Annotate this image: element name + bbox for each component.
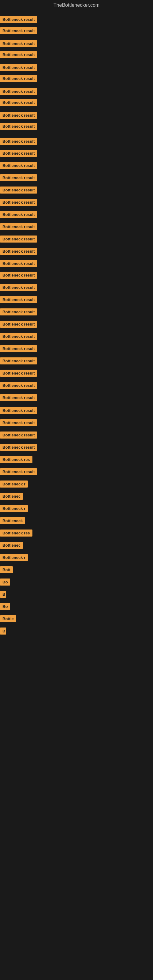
bottleneck-badge: Bottleneck result [0, 382, 37, 389]
bottleneck-badge: Bottlenec [0, 542, 23, 549]
bottleneck-item: Bottleneck result [0, 309, 37, 317]
bottleneck-badge: Bottleneck result [0, 333, 37, 340]
bottleneck-item: Bottleneck result [0, 284, 37, 292]
bottleneck-item: Bottleneck result [0, 260, 37, 268]
bottleneck-item: Bottleneck result [0, 235, 37, 244]
bottleneck-badge: Bottleneck result [0, 199, 37, 206]
bottleneck-badge: Bottleneck result [0, 407, 37, 414]
bottleneck-item: B [0, 627, 6, 636]
bottleneck-badge: Bottleneck result [0, 370, 37, 377]
bottleneck-badge: Bottleneck result [0, 296, 37, 303]
bottleneck-badge: Bottleneck result [0, 51, 37, 58]
bottleneck-badge: Bottleneck result [0, 309, 37, 315]
bottleneck-item: Bottleneck result [0, 40, 37, 48]
bottleneck-item: Bottleneck result [0, 223, 37, 232]
bottleneck-badge: Bottleneck result [0, 150, 37, 157]
bottleneck-badge: Bottleneck result [0, 235, 37, 243]
bottleneck-badge: Bottleneck r [0, 505, 28, 512]
bottleneck-badge: Bottleneck result [0, 431, 37, 439]
bottleneck-item: Bottleneck res [0, 456, 32, 464]
bottleneck-item: Bottleneck result [0, 138, 37, 146]
bottleneck-badge: Bottleneck result [0, 16, 37, 23]
bottleneck-badge: Bottleneck result [0, 75, 37, 82]
bottleneck-badge: Bott [0, 566, 13, 573]
bottleneck-badge: Bottleneck result [0, 138, 37, 145]
bottleneck-item: Bottleneck result [0, 199, 37, 207]
bottleneck-item: Bottleneck [0, 517, 25, 525]
bottleneck-badge: Bottleneck result [0, 468, 37, 475]
bottleneck-item: Bottleneck result [0, 357, 37, 366]
bottleneck-item: Bottleneck result [0, 16, 37, 24]
bottleneck-badge: B [0, 627, 6, 635]
bottleneck-item: Bottleneck result [0, 150, 37, 158]
bottleneck-badge: Bottleneck result [0, 394, 37, 401]
bottleneck-badge: Bottleneck result [0, 162, 37, 169]
bottleneck-item: Bottleneck result [0, 382, 37, 390]
bottleneck-item: Bottleneck result [0, 123, 37, 131]
bottleneck-item: Bottleneck result [0, 88, 37, 96]
bottleneck-badge: Bottleneck res [0, 456, 32, 463]
bottleneck-item: Bottleneck result [0, 27, 37, 35]
bottleneck-badge: Bottleneck result [0, 357, 37, 364]
bottleneck-item: Bottleneck result [0, 64, 37, 72]
bottleneck-badge: B [0, 591, 6, 598]
bottleneck-item: Bottleneck result [0, 99, 37, 107]
bottleneck-item: Bottlenec [0, 493, 23, 501]
bottleneck-item: Bottleneck result [0, 345, 37, 353]
bottleneck-badge: Bottleneck result [0, 260, 37, 267]
bottleneck-badge: Bottlenec [0, 493, 23, 500]
bottleneck-item: Bottleneck res [0, 530, 32, 538]
bottleneck-badge: Bottleneck result [0, 88, 37, 95]
bottleneck-badge: Bottleneck result [0, 186, 37, 194]
bottleneck-item: Bottleneck result [0, 321, 37, 329]
bottleneck-badge: Bottleneck result [0, 123, 37, 130]
bottleneck-badge: Bottleneck result [0, 444, 37, 451]
bottleneck-badge: Bottleneck result [0, 419, 37, 426]
bottleneck-item: Bottleneck r [0, 480, 28, 489]
bottleneck-item: Bottlenec [0, 542, 23, 550]
bottleneck-badge: Bo [0, 579, 10, 585]
bottleneck-badge: Bottleneck result [0, 248, 37, 255]
bottleneck-badge: Bo [0, 603, 10, 610]
bottleneck-badge: Bottleneck result [0, 64, 37, 71]
bottleneck-badge: Bottleneck result [0, 27, 37, 34]
bottleneck-item: Bottleneck result [0, 211, 37, 219]
bottleneck-item: Bottleneck r [0, 554, 28, 562]
bottleneck-item: Bottleneck result [0, 75, 37, 83]
bottleneck-item: Bottleneck result [0, 407, 37, 415]
bottleneck-badge: Bottleneck result [0, 40, 37, 47]
bottleneck-item: Bottleneck result [0, 394, 37, 402]
bottleneck-item: Bottleneck result [0, 419, 37, 428]
bottleneck-item: Bo [0, 603, 10, 611]
bottleneck-item: Bottleneck result [0, 333, 37, 341]
bottleneck-badge: Bottleneck result [0, 345, 37, 352]
bottleneck-badge: Bottleneck result [0, 272, 37, 279]
bottleneck-badge: Bottleneck result [0, 211, 37, 218]
bottleneck-item: Bottleneck result [0, 431, 37, 440]
bottleneck-item: Bottleneck r [0, 505, 28, 513]
bottleneck-badge: Bottleneck res [0, 530, 32, 536]
bottleneck-badge: Bottleneck r [0, 554, 28, 561]
bottleneck-badge: Bottleneck result [0, 284, 37, 291]
bottleneck-item: Bottleneck result [0, 51, 37, 59]
bottleneck-item: Bottleneck result [0, 174, 37, 183]
bottleneck-item: Bottleneck result [0, 468, 37, 477]
bottleneck-badge: Bottleneck result [0, 112, 37, 119]
bottleneck-badge: Bottleneck r [0, 480, 28, 488]
bottleneck-badge: Bottleneck result [0, 174, 37, 181]
bottleneck-item: Bottleneck result [0, 112, 37, 120]
bottleneck-badge: Bottleneck result [0, 99, 37, 106]
bottleneck-item: Bottleneck result [0, 162, 37, 170]
bottleneck-item: Bottle [0, 615, 16, 624]
bottleneck-item: Bottleneck result [0, 272, 37, 280]
bottleneck-badge: Bottleneck [0, 517, 25, 524]
bottleneck-badge: Bottle [0, 615, 16, 622]
bottleneck-item: Bott [0, 566, 13, 574]
site-title: TheBottlenecker.com [0, 0, 153, 9]
bottleneck-item: Bottleneck result [0, 186, 37, 195]
bottleneck-item: Bo [0, 579, 10, 587]
bottleneck-item: B [0, 591, 6, 599]
bottleneck-item: Bottleneck result [0, 444, 37, 452]
bottleneck-badge: Bottleneck result [0, 223, 37, 230]
bottleneck-item: Bottleneck result [0, 296, 37, 304]
